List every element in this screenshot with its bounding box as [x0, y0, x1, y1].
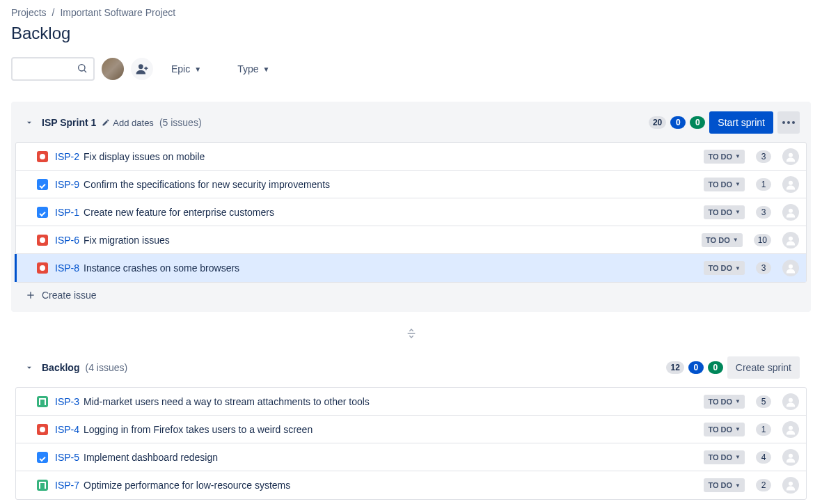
issue-key-link[interactable]: ISP-5	[55, 452, 79, 463]
status-dropdown[interactable]: TO DO▼	[704, 423, 745, 436]
type-filter-label: Type	[237, 63, 258, 74]
svg-point-9	[789, 236, 793, 240]
issue-summary: Create new feature for enterprise custom…	[84, 207, 274, 218]
story-points-badge: 1	[756, 178, 771, 191]
issue-key-link[interactable]: ISP-2	[55, 151, 79, 162]
backlog-issue-list: ISP-3Mid-market users need a way to stre…	[15, 387, 807, 500]
story-points-badge: 4	[756, 451, 771, 464]
sprint-more-button[interactable]	[777, 111, 800, 134]
page-title: Backlog	[11, 24, 811, 43]
unassigned-avatar[interactable]	[782, 176, 799, 193]
chevron-down-icon: ▼	[735, 482, 741, 489]
issue-key-link[interactable]: ISP-4	[55, 424, 79, 435]
breadcrumb-separator: /	[52, 7, 55, 18]
status-label: TO DO	[708, 425, 732, 434]
issue-key-link[interactable]: ISP-9	[55, 179, 79, 190]
issue-row[interactable]: ISP-8Instance crashes on some browsersTO…	[16, 254, 806, 282]
status-dropdown[interactable]: TO DO▼	[704, 150, 745, 164]
backlog-done-count: 0	[708, 361, 723, 374]
backlog-issue-count: (4 issues)	[85, 362, 127, 373]
add-people-button[interactable]	[131, 58, 153, 80]
status-dropdown[interactable]: TO DO▼	[702, 233, 743, 247]
issue-summary: Fix display issues on mobile	[84, 151, 205, 162]
issue-row[interactable]: ISP-1Create new feature for enterprise c…	[16, 198, 806, 226]
breadcrumb-projects-link[interactable]: Projects	[11, 7, 47, 18]
status-label: TO DO	[708, 264, 732, 272]
issue-row[interactable]: ISP-3Mid-market users need a way to stre…	[16, 388, 806, 416]
sprint-inprogress-count: 0	[670, 116, 686, 129]
epic-filter-label: Epic	[171, 63, 190, 74]
unassigned-avatar[interactable]	[782, 260, 799, 276]
status-dropdown[interactable]: TO DO▼	[704, 205, 745, 219]
epic-filter[interactable]: Epic ▼	[167, 58, 205, 80]
toolbar: Epic ▼ Type ▼	[11, 57, 811, 81]
status-dropdown[interactable]: TO DO▼	[704, 450, 745, 464]
sprint-create-issue-button[interactable]: Create issue	[15, 283, 807, 308]
backlog-create-issue-button[interactable]: Create issue	[15, 500, 807, 504]
status-dropdown[interactable]: TO DO▼	[704, 395, 745, 409]
status-label: TO DO	[706, 236, 730, 244]
chevron-down-icon: ▼	[735, 454, 741, 460]
unassigned-avatar[interactable]	[782, 232, 799, 249]
unassigned-avatar[interactable]	[782, 393, 799, 410]
svg-point-7	[789, 180, 793, 184]
resize-divider[interactable]	[11, 323, 811, 344]
unassigned-avatar[interactable]	[782, 421, 799, 438]
svg-point-5	[792, 121, 795, 124]
svg-point-16	[789, 482, 793, 486]
unassigned-avatar[interactable]	[782, 204, 799, 221]
backlog-inprogress-count: 0	[688, 361, 704, 374]
issue-summary: Logging in from Firefox takes users to a…	[84, 424, 313, 435]
story-points-badge: 3	[756, 150, 771, 163]
sprint-panel: ISP Sprint 1 Add dates (5 issues) 20 0 0…	[11, 102, 811, 312]
start-sprint-button[interactable]: Start sprint	[709, 111, 773, 134]
story-icon	[37, 480, 48, 491]
search-box	[11, 57, 95, 81]
sprint-collapse-toggle[interactable]	[22, 116, 36, 129]
status-dropdown[interactable]: TO DO▼	[704, 178, 745, 191]
sprint-todo-count: 20	[649, 116, 666, 129]
status-dropdown[interactable]: TO DO▼	[704, 478, 745, 492]
unassigned-avatar[interactable]	[782, 148, 799, 165]
story-points-badge: 1	[756, 423, 771, 436]
chevron-down-icon: ▼	[735, 265, 741, 271]
story-points-badge: 3	[756, 206, 771, 219]
create-issue-label: Create issue	[42, 290, 97, 301]
issue-key-link[interactable]: ISP-7	[55, 480, 79, 491]
chevron-down-icon: ▼	[735, 153, 741, 159]
type-filter[interactable]: Type ▼	[233, 58, 274, 80]
chevron-down-icon: ▼	[735, 181, 741, 187]
chevron-down-icon: ▼	[735, 209, 741, 215]
issue-row[interactable]: ISP-5Implement dashboard redesignTO DO▼4	[16, 443, 806, 471]
create-sprint-button[interactable]: Create sprint	[727, 356, 800, 379]
chevron-down-icon: ▼	[263, 65, 270, 73]
bug-icon	[37, 235, 48, 246]
svg-point-10	[789, 265, 793, 269]
search-input[interactable]	[13, 61, 93, 77]
breadcrumb-project-link[interactable]: Important Software Project	[60, 7, 175, 18]
issue-row[interactable]: ISP-9Confirm the specifications for new …	[16, 171, 806, 198]
issue-key-link[interactable]: ISP-1	[55, 207, 79, 218]
story-points-badge: 5	[756, 395, 771, 408]
backlog-todo-count: 12	[666, 361, 683, 374]
user-avatar[interactable]	[102, 58, 124, 80]
issue-row[interactable]: ISP-4Logging in from Firefox takes users…	[16, 416, 806, 443]
unassigned-avatar[interactable]	[782, 477, 799, 494]
add-dates-button[interactable]: Add dates	[102, 118, 154, 128]
task-icon	[37, 452, 48, 463]
backlog-collapse-toggle[interactable]	[22, 361, 36, 375]
issue-key-link[interactable]: ISP-8	[55, 262, 79, 274]
unassigned-avatar[interactable]	[782, 449, 799, 466]
issue-key-link[interactable]: ISP-3	[55, 396, 79, 407]
bug-icon	[37, 424, 48, 435]
issue-summary: Instance crashes on some browsers	[84, 262, 239, 274]
issue-row[interactable]: ISP-7Optimize performance for low-resour…	[16, 471, 806, 499]
status-label: TO DO	[708, 180, 732, 189]
sprint-done-count: 0	[690, 116, 705, 129]
issue-row[interactable]: ISP-6Fix migration issuesTO DO▼10	[16, 226, 806, 254]
bug-icon	[37, 262, 48, 274]
plus-icon	[25, 290, 36, 301]
status-dropdown[interactable]: TO DO▼	[704, 261, 745, 275]
issue-key-link[interactable]: ISP-6	[55, 235, 79, 246]
issue-row[interactable]: ISP-2Fix display issues on mobileTO DO▼3	[16, 143, 806, 171]
